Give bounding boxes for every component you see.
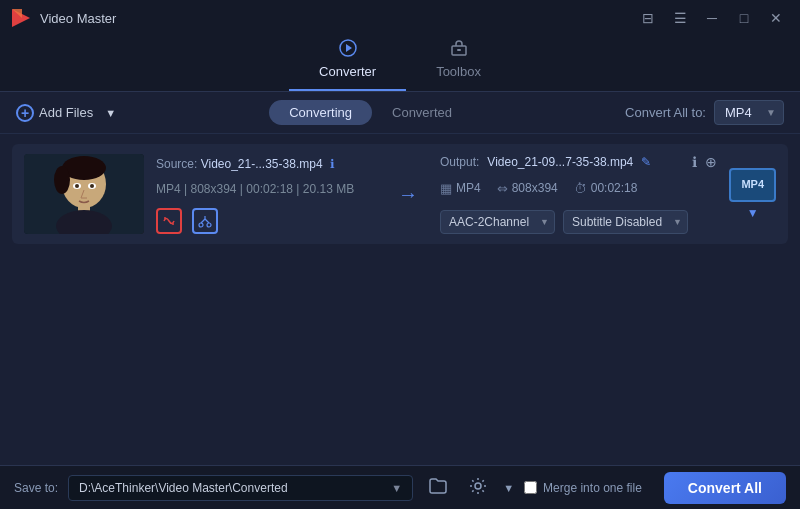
save-to-label: Save to: bbox=[14, 481, 58, 495]
svg-point-14 bbox=[75, 184, 79, 188]
sub-tab-converting[interactable]: Converting bbox=[269, 100, 372, 125]
file-thumbnail bbox=[24, 154, 144, 234]
source-label: Source: Video_21-...35-38.mp4 ℹ bbox=[156, 157, 335, 171]
spec-resolution: ⇔ 808x394 bbox=[497, 181, 558, 196]
sub-tabs: Converting Converted bbox=[269, 100, 472, 125]
caption-button[interactable]: ⊟ bbox=[634, 8, 662, 28]
tab-toolbox-label: Toolbox bbox=[436, 64, 481, 79]
svg-point-16 bbox=[90, 184, 94, 188]
main-content: Source: Video_21-...35-38.mp4 ℹ MP4 | 80… bbox=[0, 134, 800, 465]
add-files-dropdown-button[interactable]: ▼ bbox=[105, 107, 116, 119]
title-bar-controls: ⊟ ☰ ─ □ ✕ bbox=[634, 8, 790, 28]
tab-converter-label: Converter bbox=[319, 64, 376, 79]
maximize-button[interactable]: □ bbox=[730, 8, 758, 28]
format-select-container: MP4 MKV AVI MOV MP3 ▼ bbox=[714, 100, 784, 125]
tab-toolbox[interactable]: Toolbox bbox=[406, 33, 511, 91]
duration-spec-icon: ⏱ bbox=[574, 181, 587, 196]
convert-all-to: Convert All to: MP4 MKV AVI MOV MP3 ▼ bbox=[625, 100, 784, 125]
save-path-dropdown-button[interactable]: ▼ bbox=[385, 478, 408, 498]
spec-resolution-value: 808x394 bbox=[512, 181, 558, 195]
svg-point-18 bbox=[172, 223, 174, 225]
arrow-icon: → bbox=[398, 183, 418, 206]
scissors-icon bbox=[198, 214, 212, 228]
format-select[interactable]: MP4 MKV AVI MOV MP3 bbox=[714, 100, 784, 125]
merge-label-text: Merge into one file bbox=[543, 481, 642, 495]
toolbar: + Add Files ▼ Converting Converted Conve… bbox=[0, 92, 800, 134]
minimize-button[interactable]: ─ bbox=[698, 8, 726, 28]
toolbox-icon bbox=[450, 39, 468, 61]
add-icon-btn[interactable]: ⊕ bbox=[705, 154, 717, 170]
file-info-left: Source: Video_21-...35-38.mp4 ℹ MP4 | 80… bbox=[156, 154, 376, 234]
file-info-right: Output: Video_21-09...7-35-38.mp4 ✎ ℹ ⊕ … bbox=[440, 154, 717, 234]
convert-all-to-label: Convert All to: bbox=[625, 105, 706, 120]
thumbnail-svg bbox=[24, 154, 144, 234]
spec-duration-value: 00:02:18 bbox=[591, 181, 638, 195]
format-badge-dropdown-button[interactable]: ▼ bbox=[747, 206, 759, 220]
title-bar-left: Video Master bbox=[10, 7, 116, 29]
effects-button[interactable] bbox=[156, 208, 182, 234]
file-meta: MP4 | 808x394 | 00:02:18 | 20.13 MB bbox=[156, 182, 376, 196]
save-path-input[interactable] bbox=[73, 476, 385, 500]
audio-select-wrap: AAC-2Channel AAC-Stereo MP3 ▼ bbox=[440, 210, 555, 234]
convert-all-button[interactable]: Convert All bbox=[664, 472, 786, 504]
title-bar: Video Master ⊟ ☰ ─ □ ✕ bbox=[0, 0, 800, 36]
svg-point-19 bbox=[199, 223, 203, 227]
app-title: Video Master bbox=[40, 11, 116, 26]
sub-tab-converted[interactable]: Converted bbox=[372, 100, 472, 125]
bottom-bar: Save to: ▼ ▼ Merge into one file Convert… bbox=[0, 465, 800, 509]
add-files-button[interactable]: + Add Files bbox=[16, 104, 93, 122]
arrow-col: → bbox=[388, 154, 428, 234]
source-filename: Video_21-...35-38.mp4 bbox=[201, 157, 323, 171]
file-item: Source: Video_21-...35-38.mp4 ℹ MP4 | 80… bbox=[12, 144, 788, 244]
svg-line-21 bbox=[201, 219, 205, 223]
subtitle-select-wrap: Subtitle Disabled Subtitle Enabled ▼ bbox=[563, 210, 688, 234]
info-icon-btn[interactable]: ℹ bbox=[692, 154, 697, 170]
settings-button[interactable] bbox=[463, 473, 493, 502]
output-dropdowns: AAC-2Channel AAC-Stereo MP3 ▼ Subtitle D… bbox=[440, 210, 717, 234]
output-filename: Video_21-09...7-35-38.mp4 bbox=[487, 155, 633, 169]
output-specs: ▦ MP4 ⇔ 808x394 ⏱ 00:02:18 bbox=[440, 181, 717, 196]
gear-icon bbox=[469, 477, 487, 495]
save-path-container: ▼ bbox=[68, 475, 413, 501]
spec-format: ▦ MP4 bbox=[440, 181, 481, 196]
top-nav: Converter Toolbox bbox=[0, 36, 800, 92]
source-info-icon[interactable]: ℹ bbox=[330, 157, 335, 171]
audio-channel-select[interactable]: AAC-2Channel AAC-Stereo MP3 bbox=[440, 210, 555, 234]
file-actions bbox=[156, 208, 376, 234]
converter-icon bbox=[339, 39, 357, 61]
open-folder-button[interactable] bbox=[423, 474, 453, 501]
app-logo-icon bbox=[10, 7, 32, 29]
cut-button[interactable] bbox=[192, 208, 218, 234]
tab-converter[interactable]: Converter bbox=[289, 33, 406, 91]
svg-marker-3 bbox=[346, 44, 352, 52]
output-label: Output: bbox=[440, 155, 479, 169]
plus-icon: + bbox=[16, 104, 34, 122]
merge-checkbox-input[interactable] bbox=[524, 481, 537, 494]
source-row: Source: Video_21-...35-38.mp4 ℹ bbox=[156, 154, 376, 172]
svg-point-17 bbox=[164, 217, 166, 219]
output-row: Output: Video_21-09...7-35-38.mp4 ✎ ℹ ⊕ bbox=[440, 154, 717, 170]
svg-point-20 bbox=[207, 223, 211, 227]
output-icons: ℹ ⊕ bbox=[692, 154, 717, 170]
svg-rect-5 bbox=[457, 49, 461, 51]
svg-point-10 bbox=[54, 166, 70, 194]
svg-line-22 bbox=[205, 219, 209, 223]
format-badge[interactable]: MP4 bbox=[729, 168, 776, 201]
close-button[interactable]: ✕ bbox=[762, 8, 790, 28]
svg-point-24 bbox=[475, 483, 481, 489]
spec-duration: ⏱ 00:02:18 bbox=[574, 181, 638, 196]
add-files-label: Add Files bbox=[39, 105, 93, 120]
merge-checkbox-label[interactable]: Merge into one file bbox=[524, 481, 642, 495]
subtitle-select[interactable]: Subtitle Disabled Subtitle Enabled bbox=[563, 210, 688, 234]
settings-dropdown-button[interactable]: ▼ bbox=[503, 482, 514, 494]
format-spec-icon: ▦ bbox=[440, 181, 452, 196]
resolution-spec-icon: ⇔ bbox=[497, 181, 508, 196]
menu-button[interactable]: ☰ bbox=[666, 8, 694, 28]
folder-icon bbox=[429, 478, 447, 494]
format-badge-label: MP4 bbox=[741, 178, 764, 190]
format-badge-col: MP4 ▼ bbox=[729, 154, 776, 234]
effects-icon bbox=[162, 214, 176, 228]
edit-filename-icon[interactable]: ✎ bbox=[641, 155, 651, 169]
thumbnail-image bbox=[24, 154, 144, 234]
spec-format-value: MP4 bbox=[456, 181, 481, 195]
